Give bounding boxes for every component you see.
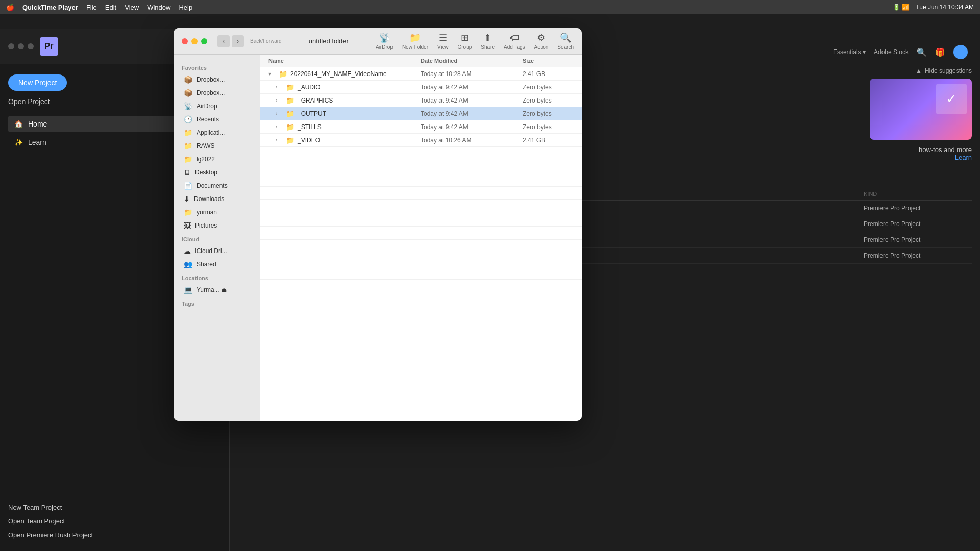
finder-titlebar: ‹ › Back/Forward untitled folder 📡 AirDr… bbox=[174, 28, 582, 55]
traffic-close[interactable] bbox=[8, 43, 14, 49]
tags-icon: 🏷 bbox=[510, 33, 519, 43]
finder-row-stills[interactable]: › 📁 _STILLS Today at 9:42 AM Zero bytes bbox=[260, 120, 582, 134]
finder-row-video[interactable]: › 📁 _VIDEO Today at 10:26 AM 2.41 GB bbox=[260, 134, 582, 147]
sidebar-item-lg2022[interactable]: 📁 lg2022 bbox=[176, 153, 258, 166]
finder-row-graphics[interactable]: › 📁 _GRAPHICS Today at 9:42 AM Zero byte… bbox=[260, 94, 582, 107]
sidebar-item-yurma-disk[interactable]: 💻 Yurma... ⏏ bbox=[176, 283, 258, 296]
sidebar-item-dropbox2[interactable]: 📦 Dropbox... bbox=[176, 86, 258, 99]
user-avatar[interactable] bbox=[953, 45, 968, 59]
lg2022-icon: 📁 bbox=[184, 155, 192, 163]
traffic-maximize[interactable] bbox=[28, 43, 34, 49]
finder-row-main-folder[interactable]: ▾ 📁 20220614_MY_NAME_VideoName Today at … bbox=[260, 67, 582, 81]
sidebar-item-downloads[interactable]: ⬇ Downloads bbox=[176, 192, 258, 206]
gift-icon[interactable]: 🎁 bbox=[935, 47, 945, 57]
menu-view[interactable]: View bbox=[125, 4, 139, 11]
finder-share-button[interactable]: ⬆ Share bbox=[481, 32, 495, 50]
sidebar-item-icloud-drive[interactable]: ☁ iCloud Dri... bbox=[176, 244, 258, 258]
sidebar-item-applications[interactable]: 📁 Applicati... bbox=[176, 126, 258, 139]
sidebar-item-dropbox1[interactable]: 📦 Dropbox... bbox=[176, 73, 258, 86]
finder-forward-button[interactable]: › bbox=[232, 35, 244, 47]
search-icon: 🔍 bbox=[560, 32, 571, 43]
finder-search-button[interactable]: 🔍 Search bbox=[557, 32, 574, 50]
new-team-project-button[interactable]: New Team Project bbox=[8, 500, 62, 514]
new-project-button[interactable]: New Project bbox=[8, 74, 67, 91]
sidebar-item-pictures[interactable]: 🖼 Pictures bbox=[176, 219, 258, 232]
expand-arrow-output[interactable]: › bbox=[276, 111, 283, 116]
nav-home-label: Home bbox=[28, 120, 47, 128]
open-rush-project-button[interactable]: Open Premiere Rush Project bbox=[8, 528, 93, 542]
col-name-header[interactable]: Name bbox=[268, 58, 421, 64]
folder-icon-audio: 📁 bbox=[286, 83, 295, 91]
col-date-header[interactable]: Date Modified bbox=[421, 58, 523, 64]
adobe-stock-label: Adobe Stock bbox=[874, 48, 909, 56]
expand-arrow-audio[interactable]: › bbox=[276, 84, 283, 90]
airdrop-icon: 📡 bbox=[379, 32, 390, 43]
traffic-minimize[interactable] bbox=[18, 43, 24, 49]
dropbox-icon-2: 📦 bbox=[184, 89, 192, 97]
sidebar-item-shared[interactable]: 👥 Shared bbox=[176, 258, 258, 271]
sidebar-item-raws[interactable]: 📁 RAWS bbox=[176, 139, 258, 153]
expand-arrow-main[interactable]: ▾ bbox=[268, 71, 276, 77]
finder-close-button[interactable] bbox=[182, 38, 188, 44]
menu-edit[interactable]: Edit bbox=[105, 4, 116, 11]
folder-date-graphics: Today at 9:42 AM bbox=[421, 97, 523, 104]
hide-suggestions[interactable]: ▲ Hide suggestions bbox=[870, 67, 972, 74]
recent-file-kind-2: Premiere Pro Project bbox=[864, 220, 966, 228]
folder-size-stills: Zero bytes bbox=[523, 123, 574, 131]
expand-arrow-video[interactable]: › bbox=[276, 137, 283, 143]
finder-view-button[interactable]: ☰ View bbox=[437, 32, 449, 50]
learn-link[interactable]: Learn bbox=[870, 154, 972, 161]
expand-arrow-stills[interactable]: › bbox=[276, 124, 283, 130]
sidebar-item-desktop[interactable]: 🖥 Desktop bbox=[176, 166, 258, 179]
menu-window[interactable]: Window bbox=[147, 4, 170, 11]
sidebar-item-documents[interactable]: 📄 Documents bbox=[176, 179, 258, 192]
menubar: 🍎 QuickTime Player File Edit View Window… bbox=[0, 0, 980, 14]
sidebar-item-airdrop[interactable]: 📡 AirDrop bbox=[176, 99, 258, 113]
open-project-button[interactable]: Open Project bbox=[8, 97, 50, 106]
search-icon[interactable]: 🔍 bbox=[917, 47, 927, 57]
finder-maximize-button[interactable] bbox=[201, 38, 207, 44]
finder-action-button[interactable]: ⚙ Action bbox=[534, 32, 549, 50]
sidebar-item-recents[interactable]: 🕐 Recents bbox=[176, 113, 258, 126]
desktop-icon: 🖥 bbox=[184, 168, 191, 177]
expand-arrow-graphics[interactable]: › bbox=[276, 97, 283, 103]
recents-icon: 🕐 bbox=[184, 115, 192, 123]
finder-group-button[interactable]: ⊞ Group bbox=[458, 32, 472, 50]
view-label: View bbox=[437, 44, 449, 50]
finder-empty-row-1 bbox=[260, 147, 582, 160]
sidebar-applications-label: Applicati... bbox=[197, 129, 225, 136]
yurman-icon: 📁 bbox=[184, 208, 192, 216]
disk-icon: 💻 bbox=[184, 286, 192, 294]
menu-file[interactable]: File bbox=[86, 4, 97, 11]
sidebar-documents-label: Documents bbox=[197, 182, 228, 189]
sidebar-item-yurman[interactable]: 📁 yurman bbox=[176, 206, 258, 219]
folder-name-main: 20220614_MY_NAME_VideoName bbox=[290, 70, 387, 78]
finder-minimize-button[interactable] bbox=[191, 38, 198, 44]
finder-empty-row-8 bbox=[260, 240, 582, 253]
apple-menu[interactable]: 🍎 bbox=[6, 4, 14, 11]
open-team-project-button[interactable]: Open Team Project bbox=[8, 514, 65, 528]
action-icon: ⚙ bbox=[537, 32, 545, 43]
group-icon: ⊞ bbox=[461, 32, 469, 43]
finder-nav-buttons: ‹ › bbox=[217, 35, 244, 47]
finder-row-audio[interactable]: › 📁 _AUDIO Today at 9:42 AM Zero bytes bbox=[260, 81, 582, 94]
nav-learn-label: Learn bbox=[28, 138, 46, 146]
folder-size-audio: Zero bytes bbox=[523, 84, 574, 91]
airdrop-label: AirDrop bbox=[376, 44, 393, 50]
finder-airdrop-button[interactable]: 📡 AirDrop bbox=[376, 32, 393, 50]
col-kind-header: KIND bbox=[864, 191, 966, 197]
finder-back-button[interactable]: ‹ bbox=[217, 35, 230, 47]
col-size-header[interactable]: Size bbox=[523, 58, 574, 64]
finder-add-tags-button[interactable]: 🏷 Add Tags bbox=[504, 33, 525, 50]
add-tags-label: Add Tags bbox=[504, 44, 525, 50]
finder-new-folder-button[interactable]: 📁 New Folder bbox=[402, 32, 428, 50]
finder-row-output[interactable]: › 📁 _OUTPUT Today at 9:42 AM Zero bytes bbox=[260, 107, 582, 120]
folder-icon-graphics: 📁 bbox=[286, 96, 295, 105]
menu-help[interactable]: Help bbox=[179, 4, 192, 11]
finder-empty-row-4 bbox=[260, 187, 582, 200]
finder-traffic-lights bbox=[182, 38, 207, 44]
premiere-footer: New Team Project Open Team Project Open … bbox=[0, 492, 230, 550]
how-tos-label: how-tos and more bbox=[870, 146, 972, 154]
folder-date-audio: Today at 9:42 AM bbox=[421, 84, 523, 91]
back-forward-label: Back/Forward bbox=[250, 38, 282, 44]
